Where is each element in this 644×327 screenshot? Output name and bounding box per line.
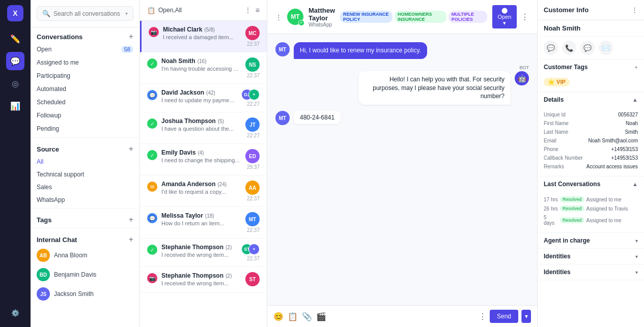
customer-tags-header[interactable]: Customer Tags +: [538, 60, 644, 75]
attach-icon[interactable]: 📎: [302, 312, 312, 321]
send-button[interactable]: Send: [490, 310, 518, 323]
nav-item-pending[interactable]: Pending: [31, 122, 139, 135]
conversations-add-button[interactable]: +: [129, 33, 133, 41]
agent-in-charge-row[interactable]: Agent in charge ▾: [538, 233, 644, 249]
source-item-tech[interactable]: Technical support: [31, 168, 139, 181]
nav-item-scheduled[interactable]: Scheduled: [31, 96, 139, 109]
customer-tags-add-btn[interactable]: +: [635, 64, 638, 70]
conv-source-email-icon: ✉: [147, 182, 157, 192]
chat-more-actions-icon[interactable]: ⋮: [479, 312, 487, 321]
conv-list-filter-icon[interactable]: ≡: [256, 6, 260, 14]
conv-source-whatsapp-icon: ✓: [147, 150, 157, 160]
nav-icon-circle[interactable]: ◎: [6, 74, 24, 93]
chat-contact-sub: WhatsApp: [309, 22, 335, 27]
identities-2-row[interactable]: Identities ▾: [538, 264, 644, 280]
search-dropdown-icon[interactable]: ▾: [125, 11, 128, 16]
chat-more-icon[interactable]: ⋮: [275, 13, 282, 21]
chat-input-actions: 😊 📋 📎 🎬: [273, 312, 326, 321]
nav-icon-chat[interactable]: 💬: [6, 52, 24, 70]
conv-item-noah-smith[interactable]: ✓ Noah Smith (16) I'm having trouble acc…: [140, 52, 267, 84]
conv-name: Noah Smith: [161, 57, 195, 65]
details-header[interactable]: Details ▲: [538, 92, 644, 107]
tag-homeowners: HOMEOWNERS INSURANCE: [395, 11, 446, 23]
message-bubble-bot: Hello! I can help you with that. For sec…: [358, 71, 511, 105]
message-phone: MT 480-24-6841: [275, 111, 529, 125]
search-input[interactable]: [53, 10, 122, 17]
conv-count: (2): [226, 245, 232, 250]
chat-person-anna[interactable]: AB Anna Bloom: [31, 246, 139, 265]
nav-item-automated[interactable]: Automated: [31, 82, 139, 96]
conv-item-melissa-taylor[interactable]: 💬 Melissa Taylor (18) How do I return an…: [140, 207, 267, 239]
nav-item-participating[interactable]: Participating: [31, 69, 139, 82]
conv-item-stephanie-1[interactable]: ✓ Stephanie Thompson (2) I received the …: [140, 239, 267, 267]
conv-name: Emily Davis: [161, 149, 195, 156]
details-collapse-icon[interactable]: ▲: [632, 97, 638, 103]
conv-source-whatsapp-icon: ✓: [147, 58, 157, 69]
tag-renew-insurance: RENEW INSURANCE POLICY: [340, 11, 393, 23]
contact-actions: 💬 📞 💬 ✉️: [538, 37, 644, 60]
source-item-all[interactable]: All: [31, 155, 139, 168]
nav-item-assigned[interactable]: Assigned to me: [31, 56, 139, 69]
identities-1-row[interactable]: Identities ▾: [538, 249, 644, 264]
internal-chat-header: Internal Chat +: [31, 230, 139, 246]
conv-time: 22:27: [247, 101, 260, 107]
tags-title: Tags: [37, 216, 51, 224]
gif-icon[interactable]: 🎬: [316, 312, 326, 321]
whatsapp-action-button[interactable]: 💬: [580, 41, 595, 55]
nav-item-followup[interactable]: Followup: [31, 109, 139, 122]
tags-section-header: Tags +: [31, 211, 139, 226]
last-conv-assigned-2: Assigned to Travis: [586, 206, 628, 212]
right-panel-title: Customer Info: [544, 6, 589, 14]
tags-add-button[interactable]: +: [129, 216, 133, 224]
open-status-button[interactable]: ⬤ Open ▾: [492, 5, 517, 28]
internal-chat-add-button[interactable]: +: [129, 235, 133, 244]
call-action-button[interactable]: 📞: [562, 41, 576, 55]
source-add-button[interactable]: +: [129, 145, 133, 153]
send-dropdown-button[interactable]: ▾: [521, 310, 531, 323]
chat-messages: MT Hi, I would like to renew my insuranc…: [267, 34, 537, 305]
conversations-title: Conversations: [37, 33, 82, 41]
conv-item-joshua-thompson[interactable]: ✓ Joshua Thompson (5) I have a question …: [140, 112, 267, 144]
message-avatar-mt-2: MT: [275, 111, 290, 125]
nav-icon-chart[interactable]: 📊: [6, 97, 24, 115]
conv-source-chat-icon: 💬: [147, 213, 157, 223]
conv-item-david-jackson[interactable]: 💬 David Jackson (42) I need to update my…: [140, 84, 267, 112]
chat-person-jackson[interactable]: JS Jackson Smith: [31, 284, 139, 304]
right-panel-more-icon[interactable]: ⋮: [631, 6, 638, 14]
last-conversations-header[interactable]: Last Conversations ▲: [538, 176, 644, 192]
source-item-sales[interactable]: Sales: [31, 181, 139, 193]
search-bar[interactable]: 🔍 ▾: [37, 6, 133, 21]
conv-list-header: 📋 Open,All ⋮ ≡: [140, 0, 267, 21]
nav-item-open[interactable]: Open 58: [31, 43, 139, 56]
customer-tags-title: Customer Tags: [544, 64, 587, 71]
template-icon[interactable]: 📋: [288, 312, 298, 321]
last-conv-assigned-1: Assigned to me: [586, 197, 622, 202]
conv-list-more-icon[interactable]: ⋮: [244, 6, 251, 14]
conv-list-actions: ⋮ ≡: [244, 6, 260, 14]
conv-item-emily-davis[interactable]: ✓ Emily Davis (4) I need to change the s…: [140, 144, 267, 175]
chat-action-button[interactable]: 💬: [544, 41, 558, 55]
conv-preview: I'm having trouble accessing my...: [161, 66, 241, 72]
chat-person-benjamin[interactable]: BD Benjamin Davis: [31, 265, 139, 284]
last-conv-collapse-icon[interactable]: ▲: [632, 181, 638, 187]
chat-header: ⋮ MT ✓ Matthew Taylor WhatsApp RENEW INS…: [267, 0, 537, 34]
conv-count: (42): [206, 90, 215, 96]
nav-icon-edit[interactable]: ✏️: [6, 29, 24, 48]
chat-header-more-icon[interactable]: ⋮: [521, 12, 529, 22]
emoji-icon[interactable]: 😊: [273, 312, 284, 321]
unique-id-label: Unique Id: [544, 112, 566, 117]
first-name-label: First Name: [544, 121, 569, 126]
open-all-button[interactable]: Open,All: [158, 7, 182, 14]
right-panel: Customer Info ⋮ Noah Smith 💬 📞 💬 ✉️ Cust…: [537, 0, 644, 327]
email-action-button[interactable]: ✉️: [599, 41, 613, 55]
source-item-whatsapp[interactable]: WhatsApp: [31, 193, 139, 206]
conv-item-amanda-anderson[interactable]: ✉ Amanda Anderson (24) I'd like to reque…: [140, 175, 267, 207]
conv-count: (18): [205, 213, 214, 219]
settings-icon[interactable]: ⚙️: [6, 304, 24, 322]
last-conv-time-2: 26 hrs: [544, 206, 558, 212]
conv-preview: I need to change the shipping...: [161, 157, 241, 163]
conv-item-stephanie-2[interactable]: 📷 Stephanie Thompson (2) I received the …: [140, 267, 267, 293]
conv-item-michael-clark[interactable]: 📷 Michael Clark (5/8) I received a damag…: [140, 21, 267, 52]
conv-avatar: NS: [245, 57, 260, 72]
chat-header-actions: ⬤ Open ▾ ⋮: [492, 5, 529, 28]
